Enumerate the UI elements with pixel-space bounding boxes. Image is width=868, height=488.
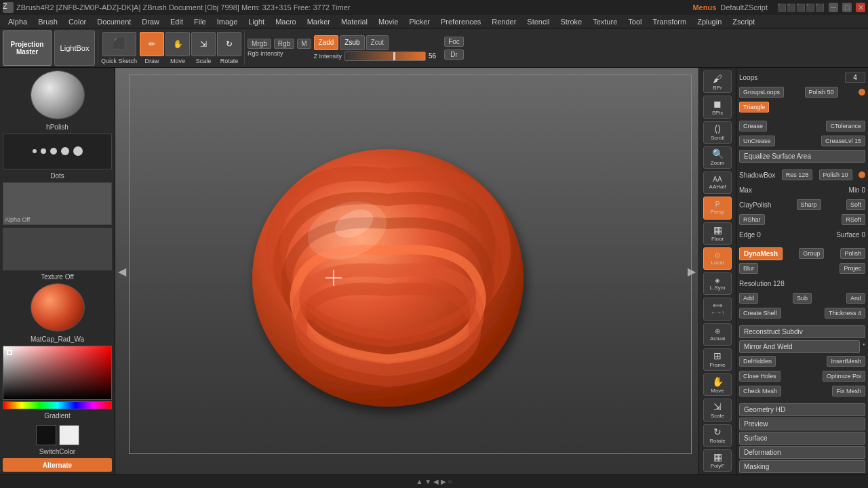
- menubar-item-transform[interactable]: Transform: [647, 15, 692, 28]
- optimize-poi-button[interactable]: Optimize Poi: [823, 371, 865, 382]
- menubar-item-stencil[interactable]: Stencil: [521, 15, 555, 28]
- soft-button[interactable]: Soft: [846, 199, 865, 210]
- alternate-button[interactable]: Alternate: [3, 458, 112, 472]
- local-button[interactable]: ⊙ Local: [703, 247, 732, 270]
- menubar-item-light[interactable]: Light: [243, 15, 270, 28]
- m-button[interactable]: M: [297, 39, 311, 49]
- bpr-button[interactable]: 🖌 BPr: [703, 70, 732, 93]
- triangle-button[interactable]: Triangle: [739, 102, 769, 113]
- menubar-item-file[interactable]: File: [189, 15, 212, 28]
- preview-button[interactable]: Preview: [739, 418, 865, 430]
- loops-value[interactable]: 4: [845, 73, 865, 83]
- equalize-button[interactable]: Equalize Surface Area: [739, 150, 865, 163]
- menubar-item-macro[interactable]: Macro: [270, 15, 302, 28]
- menubar-item-document[interactable]: Document: [92, 15, 136, 28]
- brush-preview[interactable]: [31, 70, 85, 119]
- lsym-button[interactable]: ◈ L.Sym: [703, 272, 732, 295]
- dots-preview[interactable]: [3, 134, 112, 170]
- right-arrow-icon[interactable]: ▶: [688, 265, 696, 278]
- zoom-button[interactable]: 🔍 Zoom: [703, 146, 732, 169]
- spix-button[interactable]: ◼ SPix: [703, 96, 732, 118]
- close-button[interactable]: ✕: [856, 3, 865, 12]
- projec-button[interactable]: Projec: [840, 263, 865, 274]
- rsoft-button[interactable]: RSoft: [842, 214, 865, 225]
- canvas-area[interactable]: ◀ ▶: [115, 68, 698, 474]
- swatch-white[interactable]: [59, 425, 79, 445]
- swatch-black[interactable]: [36, 425, 56, 445]
- mirror-weld-button[interactable]: Mirror And Weld: [739, 340, 860, 353]
- quick-sketch-button[interactable]: ⬛: [102, 32, 136, 56]
- projection-master-button[interactable]: Projection Master: [3, 30, 52, 66]
- menubar-item-preferences[interactable]: Preferences: [435, 15, 486, 28]
- sharp-button[interactable]: Sharp: [797, 199, 821, 210]
- blur-button[interactable]: Blur: [739, 263, 758, 274]
- alpha-preview[interactable]: Alpha Off: [3, 182, 112, 225]
- menubar-item-edit[interactable]: Edit: [165, 15, 189, 28]
- draw-button[interactable]: ✏: [140, 32, 164, 56]
- menubar-item-color[interactable]: Color: [63, 15, 92, 28]
- polyf-button[interactable]: ▦ PolyF: [703, 449, 732, 472]
- zcut-button[interactable]: Zcut: [366, 35, 389, 50]
- menubar-item-alpha[interactable]: Alpha: [3, 15, 33, 28]
- menubar-item-marker[interactable]: Marker: [302, 15, 336, 28]
- scale-view-button[interactable]: ⇲ Scale: [703, 399, 732, 421]
- actual-button[interactable]: ⊕ Actual: [703, 323, 732, 346]
- menubar-item-material[interactable]: Material: [336, 15, 373, 28]
- color-gradient-box[interactable]: [3, 346, 112, 400]
- uncrease-button[interactable]: UnCrease: [739, 136, 775, 146]
- sub-button[interactable]: Sub: [793, 293, 812, 304]
- persp-button[interactable]: P Persp: [703, 197, 732, 219]
- deformation-button[interactable]: Deformation: [739, 446, 865, 459]
- surface-button[interactable]: Surface: [739, 432, 865, 445]
- reconstruct-subdiv-button[interactable]: Reconstruct Subdiv: [739, 325, 865, 338]
- foc-button[interactable]: Foc: [444, 37, 464, 47]
- rshar-button[interactable]: RShar: [739, 214, 765, 225]
- polish10-button[interactable]: Polish 10: [819, 169, 852, 180]
- menubar-item-render[interactable]: Render: [486, 15, 521, 28]
- rgb-button[interactable]: Rgb: [274, 39, 294, 49]
- lightbox-button[interactable]: LightBox: [54, 30, 95, 66]
- create-shell-button[interactable]: Create Shell: [739, 308, 781, 319]
- masking-button[interactable]: Masking: [739, 460, 865, 473]
- dynamesh-button[interactable]: DynaMesh: [739, 247, 783, 260]
- texture-preview[interactable]: [3, 228, 112, 270]
- menubar-item-brush[interactable]: Brush: [33, 15, 63, 28]
- check-mesh-button[interactable]: Check Mesh: [739, 386, 781, 396]
- geometry-hd-button[interactable]: Geometry HD: [739, 403, 865, 416]
- script-label[interactable]: DefaultZScript: [720, 3, 768, 12]
- menubar-item-image[interactable]: Image: [212, 15, 243, 28]
- minimize-button[interactable]: ─: [829, 3, 838, 12]
- rotate-view-button[interactable]: ↻ Rotate: [703, 424, 732, 447]
- z-intensity-slider[interactable]: [344, 52, 426, 61]
- move-button[interactable]: ✋: [165, 32, 190, 56]
- menubar-item-texture[interactable]: Texture: [587, 15, 623, 28]
- thickness-button[interactable]: Thickness 4: [825, 308, 865, 319]
- add-button[interactable]: Add: [739, 293, 758, 304]
- menubar-item-zscript[interactable]: Zscript: [727, 15, 760, 28]
- arrows-button[interactable]: ⟺ ←→↑: [703, 298, 732, 320]
- rotate-button[interactable]: ↻: [217, 32, 241, 56]
- dr-button[interactable]: Dr: [444, 49, 464, 60]
- scroll-button[interactable]: ⟨⟩ Scroll: [703, 121, 732, 144]
- left-arrow-icon[interactable]: ◀: [118, 265, 126, 278]
- zadd-button[interactable]: Zadd: [314, 35, 339, 50]
- hue-bar[interactable]: [3, 401, 112, 409]
- res128-button[interactable]: Res 128: [782, 169, 813, 180]
- zsub-button[interactable]: Zsub: [340, 35, 364, 50]
- matcap-preview[interactable]: [31, 283, 85, 332]
- groupsloops-button[interactable]: GroupsLoops: [739, 87, 784, 98]
- scale-button[interactable]: ⇲: [191, 32, 216, 56]
- menus-button[interactable]: Menus: [692, 3, 716, 12]
- move-view-button[interactable]: ✋ Move: [703, 373, 732, 396]
- menubar-item-picker[interactable]: Picker: [403, 15, 435, 28]
- maximize-button[interactable]: □: [842, 3, 852, 12]
- ctolerance-button[interactable]: CTolerance: [826, 121, 865, 131]
- polish50-button[interactable]: Polish 50: [805, 87, 838, 98]
- menubar-item-movie[interactable]: Movie: [373, 15, 403, 28]
- aahalf-button[interactable]: AA AAHalf: [703, 171, 732, 194]
- creaselvl-button[interactable]: CreaseLvl 15: [821, 136, 865, 146]
- insertmesh-button[interactable]: InsertMesh: [827, 356, 865, 367]
- switch-color-button[interactable]: SwitchColor: [3, 448, 112, 455]
- menubar-item-tool[interactable]: Tool: [623, 15, 647, 28]
- menubar-item-zplugin[interactable]: Zplugin: [692, 15, 727, 28]
